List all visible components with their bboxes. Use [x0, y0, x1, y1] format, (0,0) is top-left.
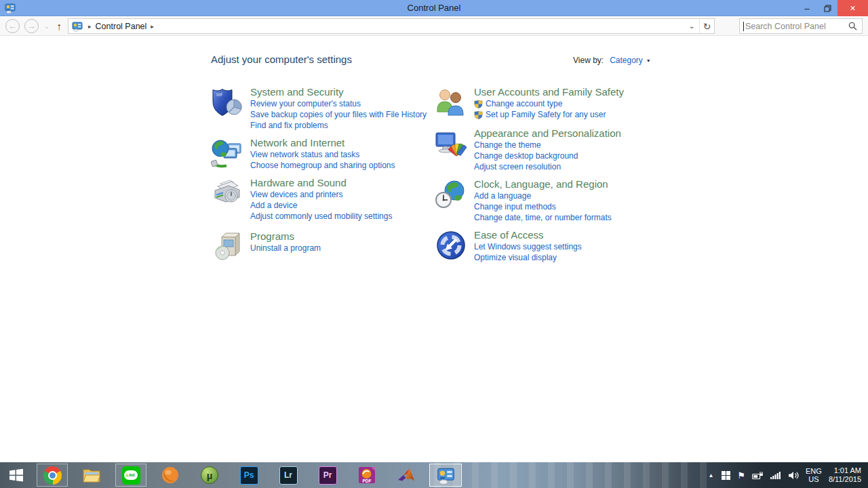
language-indicator[interactable]: ENG US — [806, 467, 822, 483]
link-family-safety[interactable]: Set up Family Safety for any user — [474, 109, 624, 120]
power-battery-icon[interactable] — [752, 471, 764, 480]
programs-icon[interactable] — [211, 230, 243, 263]
network-signal-icon[interactable] — [770, 471, 781, 479]
link-file-history-backup[interactable]: Save backup copies of your files with Fi… — [250, 109, 427, 120]
taskbar-file-explorer-button[interactable] — [72, 462, 111, 488]
link-label: Set up Family Safety for any user — [486, 109, 606, 120]
link-mobility-settings[interactable]: Adjust commonly used mobility settings — [250, 211, 392, 222]
windows-start-icon — [8, 468, 24, 483]
category-title-user-accounts[interactable]: User Accounts and Family Safety — [474, 86, 624, 98]
tray-time: 1:01 AM — [829, 466, 861, 475]
close-button[interactable]: × — [837, 0, 868, 16]
taskbar-matlab-button[interactable] — [387, 462, 426, 488]
category-title-programs[interactable]: Programs — [250, 230, 321, 242]
category-title-ease-access[interactable]: Ease of Access — [474, 229, 582, 241]
link-screen-resolution[interactable]: Adjust screen resolution — [474, 161, 621, 172]
link-find-fix-problems[interactable]: Find and fix problems — [250, 120, 427, 131]
link-change-theme[interactable]: Change the theme — [474, 140, 621, 150]
search-box[interactable] — [739, 18, 863, 34]
forward-button[interactable]: → — [24, 19, 39, 33]
hardware-sound-icon[interactable] — [211, 177, 243, 209]
link-add-language[interactable]: Add a language — [474, 190, 612, 201]
address-dropdown-button[interactable]: ⌄ — [684, 19, 699, 33]
windows-tray-icon[interactable] — [722, 471, 730, 480]
file-explorer-icon — [82, 466, 101, 484]
clock-language-region-icon[interactable] — [435, 178, 467, 211]
link-devices-printers[interactable]: View devices and printers — [250, 189, 392, 200]
breadcrumb-arrow-icon[interactable]: ▸ — [151, 23, 154, 30]
taskbar-chrome-button[interactable] — [33, 462, 72, 488]
restore-button[interactable] — [817, 0, 837, 16]
breadcrumb[interactable]: Control Panel — [96, 22, 147, 31]
taskbar-lightroom-button[interactable]: Lr — [269, 462, 308, 488]
view-by-dropdown[interactable]: Category — [610, 56, 643, 65]
link-network-status[interactable]: View network status and tasks — [250, 149, 395, 160]
link-optimize-visual[interactable]: Optimize visual display — [474, 252, 582, 263]
network-internet-icon[interactable] — [211, 137, 243, 169]
ease-of-access-icon[interactable] — [435, 229, 467, 262]
volume-icon[interactable] — [788, 471, 799, 480]
link-add-device[interactable]: Add a device — [250, 200, 392, 211]
category-ease-access: Ease of Access Let Windows suggest setti… — [435, 229, 582, 263]
search-input[interactable] — [744, 22, 848, 31]
clock[interactable]: 1:01 AM 8/11/2015 — [829, 466, 861, 484]
minimize-button[interactable]: – — [797, 0, 817, 16]
category-system-security: System and Security Review your computer… — [211, 86, 427, 131]
view-by-control: View by: Category ▼ — [573, 56, 651, 65]
category-title-system-security[interactable]: System and Security — [250, 86, 427, 98]
start-button[interactable] — [0, 462, 33, 488]
window-title: Control Panel — [408, 3, 461, 13]
search-icon[interactable] — [848, 22, 857, 30]
action-center-flag-icon[interactable]: ⚑ — [737, 470, 745, 481]
back-button[interactable]: ← — [5, 19, 20, 33]
link-input-methods[interactable]: Change input methods — [474, 201, 612, 212]
link-change-account-type[interactable]: Change account type — [474, 98, 624, 109]
lightroom-icon: Lr — [279, 466, 298, 485]
category-title-hardware-sound[interactable]: Hardware and Sound — [250, 177, 392, 188]
link-uninstall-program[interactable]: Uninstall a program — [250, 243, 321, 253]
taskbar-photoshop-button[interactable]: Ps — [229, 462, 269, 488]
tray-date: 8/11/2015 — [829, 475, 861, 484]
address-bar[interactable]: ▸ Control Panel ▸ ⌄ ↻ — [68, 18, 715, 34]
taskbar-foxit-pdf-button[interactable]: PDF — [347, 462, 387, 488]
category-title-appearance[interactable]: Appearance and Personalization — [474, 127, 621, 139]
system-security-icon[interactable] — [211, 86, 243, 119]
taskbar-orange-crescent-app-button[interactable] — [151, 462, 190, 488]
link-homegroup-sharing[interactable]: Choose homegroup and sharing options — [250, 160, 395, 171]
refresh-button[interactable]: ↻ — [699, 19, 714, 33]
category-text: Appearance and Personalization Change th… — [474, 127, 621, 172]
user-accounts-icon[interactable] — [435, 86, 467, 119]
lightroom-label: Lr — [284, 470, 292, 480]
forward-icon: → — [27, 21, 36, 31]
taskbar-premiere-button[interactable]: Pr — [308, 462, 347, 488]
category-appearance: Appearance and Personalization Change th… — [435, 127, 621, 172]
link-desktop-background[interactable]: Change desktop background — [474, 150, 621, 161]
control-panel-icon — [437, 466, 455, 485]
appearance-personalization-icon[interactable] — [435, 127, 467, 160]
foxit-pdf-icon: PDF — [357, 466, 376, 485]
flag-glyph: ⚑ — [737, 470, 745, 481]
view-by-label: View by: — [573, 56, 604, 65]
page-title: Adjust your computer's settings — [211, 54, 352, 65]
refresh-icon: ↻ — [703, 21, 711, 32]
up-button[interactable]: ↑ — [57, 20, 62, 32]
taskbar-control-panel-button[interactable] — [426, 462, 465, 488]
link-date-time-formats[interactable]: Change date, time, or number formats — [474, 212, 612, 223]
utorrent-label: µ — [207, 470, 213, 481]
category-title-clock-language[interactable]: Clock, Language, and Region — [474, 178, 612, 190]
language-code: ENG — [806, 467, 822, 475]
category-text: System and Security Review your computer… — [250, 86, 427, 131]
taskbar-utorrent-button[interactable]: µ — [190, 462, 229, 488]
chevron-down-icon[interactable]: ▼ — [646, 58, 651, 63]
taskbar-line-button[interactable]: LINE — [111, 462, 151, 488]
utorrent-icon: µ — [200, 466, 219, 485]
link-review-computer-status[interactable]: Review your computer's status — [250, 98, 427, 109]
category-title-network-internet[interactable]: Network and Internet — [250, 137, 395, 148]
chrome-icon — [43, 466, 62, 485]
uac-shield-icon — [474, 110, 483, 119]
recent-pages-dropdown[interactable]: ⌄ — [44, 23, 50, 30]
link-suggest-settings[interactable]: Let Windows suggest settings — [474, 241, 582, 252]
show-hidden-icons-button[interactable]: ▲ — [708, 472, 713, 479]
premiere-label: Pr — [323, 470, 332, 480]
back-icon: ← — [8, 21, 17, 31]
